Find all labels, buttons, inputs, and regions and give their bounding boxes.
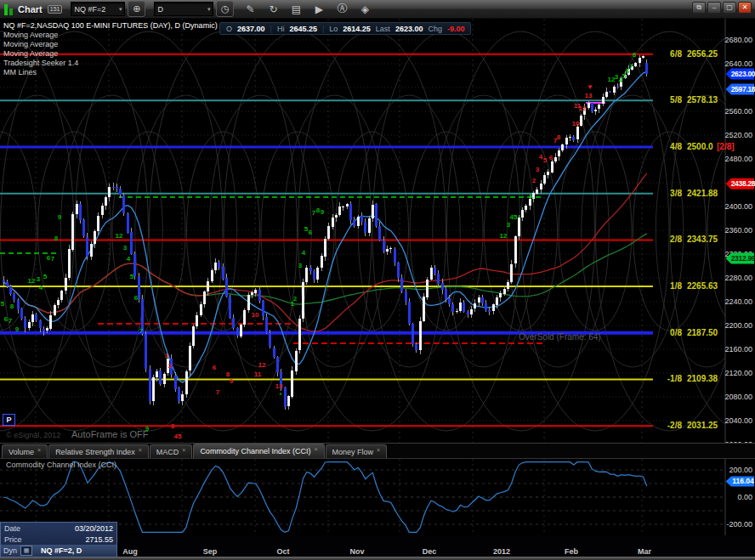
svg-text:6: 6 — [549, 154, 553, 161]
svg-text:2400.00: 2400.00 — [724, 202, 752, 211]
tab-macd[interactable]: MACD × — [150, 444, 193, 458]
symbol-select[interactable]: NQ #F=2 ▾ — [71, 2, 125, 16]
time-template-button[interactable]: ◷ — [216, 1, 234, 17]
month-label: Oct — [276, 547, 289, 556]
price-chart-panel[interactable]: 5867912345678912345679*12345678912345112… — [0, 19, 755, 443]
close-icon[interactable]: × — [139, 447, 142, 453]
chart-window: Chart 151 NQ #F=2 ▾ ⊕ D ▾ ◷ ✎↻▤▶Ⓐ◈ ⧉–▢✕ … — [0, 0, 755, 560]
svg-text:11: 11 — [254, 371, 262, 378]
change-label: Chg — [428, 25, 442, 33]
svg-text:9: 9 — [58, 213, 62, 221]
interval-select-value: D — [157, 5, 163, 14]
svg-text:5/8: 5/8 — [670, 95, 682, 105]
close-icon[interactable]: × — [37, 447, 41, 453]
eraser-icon[interactable]: ◈ — [358, 3, 372, 15]
svg-text:3: 3 — [37, 275, 41, 283]
tab-money-flow[interactable]: Money Flow × — [326, 444, 388, 458]
svg-text:12: 12 — [500, 232, 508, 240]
tab-volume[interactable]: Volume × — [2, 444, 48, 458]
open-label: O — [226, 25, 232, 33]
tab-label: Relative Strength Index — [55, 448, 135, 456]
close-icon[interactable]: × — [314, 446, 317, 452]
month-label: 2012 — [493, 547, 510, 556]
play-icon[interactable]: ▶ — [312, 3, 326, 15]
svg-text:9: 9 — [145, 425, 150, 433]
cursor-date-row: Date 03/20/2012 — [1, 523, 116, 534]
svg-text:3: 3 — [171, 422, 175, 430]
chevron-down-icon: ▾ — [207, 6, 211, 13]
svg-text:45: 45 — [174, 433, 182, 440]
svg-text:-200.00: -200.00 — [726, 520, 752, 529]
svg-text:9: 9 — [321, 208, 325, 216]
svg-text:2187.50: 2187.50 — [687, 328, 718, 337]
svg-text:45: 45 — [510, 213, 518, 221]
svg-text:2280.00: 2280.00 — [724, 274, 752, 282]
svg-text:2: 2 — [293, 295, 298, 303]
last-label: Last — [376, 25, 390, 33]
svg-text:4: 4 — [39, 284, 43, 291]
crosshair-button[interactable]: ⊕ — [128, 1, 145, 17]
svg-text:7: 7 — [629, 63, 633, 71]
price-chart[interactable]: 5867912345678912345679*12345678912345112… — [0, 19, 755, 443]
svg-text:1: 1 — [530, 192, 534, 200]
low-label: Lo — [329, 25, 338, 33]
svg-text:▼: ▼ — [587, 83, 593, 91]
interval-select[interactable]: D ▾ — [154, 2, 213, 16]
open-value: 2637.00 — [237, 25, 265, 33]
crosshair-icon: ⊕ — [133, 3, 140, 14]
svg-text:2623.00: 2623.00 — [731, 70, 755, 78]
svg-text:2240.00: 2240.00 — [724, 297, 752, 306]
svg-text:13: 13 — [585, 92, 593, 99]
svg-text:8: 8 — [557, 133, 561, 141]
svg-text:5: 5 — [1, 300, 5, 308]
svg-text:4: 4 — [302, 249, 306, 257]
svg-text:2438.28: 2438.28 — [731, 179, 755, 188]
tab-label: Commodity Channel Index (CCI) — [200, 447, 310, 455]
redo-icon[interactable]: ↻ — [266, 3, 280, 15]
svg-text:2: 2 — [168, 362, 173, 370]
price-label: Price — [4, 535, 22, 544]
pivot-marker-badge[interactable]: P — [3, 414, 15, 426]
svg-text:8: 8 — [633, 51, 637, 59]
minimize-button[interactable]: – — [707, 2, 721, 14]
svg-text:3: 3 — [123, 244, 128, 252]
svg-text:2578.13: 2578.13 — [687, 95, 718, 105]
svg-text:7: 7 — [139, 327, 144, 335]
auto-icon[interactable]: Ⓐ — [335, 2, 349, 16]
divider: | — [322, 25, 324, 33]
svg-text:2560.00: 2560.00 — [724, 107, 752, 116]
quote-board-icon[interactable]: ▤ — [289, 3, 303, 15]
maximize-button[interactable]: ▢ — [723, 2, 736, 14]
close-icon[interactable]: × — [182, 447, 185, 453]
dyn-mode-icon[interactable]: ▦ — [20, 546, 32, 556]
month-label: Nov — [349, 547, 364, 556]
tab-rsi[interactable]: Relative Strength Index × — [48, 444, 149, 458]
close-button[interactable]: ✕ — [738, 2, 752, 14]
cci-axis: 200.000.00-200.00116.04 — [725, 459, 755, 535]
tab-cci[interactable]: Commodity Channel Index (CCI) × — [193, 444, 324, 458]
svg-text:2680.00: 2680.00 — [724, 36, 752, 44]
svg-text:2265.63: 2265.63 — [687, 281, 718, 291]
svg-text:12: 12 — [116, 232, 123, 240]
last-value: 2623.00 — [395, 25, 423, 33]
svg-text:4/8: 4/8 — [670, 142, 682, 151]
close-icon[interactable]: × — [377, 447, 380, 453]
price-value: 2715.55 — [85, 535, 113, 544]
svg-text:2360.00: 2360.00 — [724, 226, 752, 235]
low-value: 2614.25 — [343, 25, 371, 33]
window-buttons: ⧉–▢✕ — [692, 2, 752, 14]
svg-text:200.00: 200.00 — [729, 466, 752, 474]
svg-text:4: 4 — [127, 255, 131, 263]
svg-text:2656.25: 2656.25 — [687, 49, 718, 59]
svg-text:2597.18: 2597.18 — [731, 85, 755, 93]
svg-text:5: 5 — [130, 273, 134, 280]
float-button[interactable]: ⧉ — [692, 2, 706, 14]
svg-text:[2/8]: [2/8] — [717, 142, 735, 151]
pencil-icon[interactable]: ✎ — [243, 3, 257, 15]
date-label: Date — [4, 524, 20, 533]
cci-panel-label: Commodity Channel Index (CCI) — [6, 461, 116, 469]
svg-text:6: 6 — [213, 364, 217, 371]
svg-text:12: 12 — [258, 361, 266, 369]
svg-text:5: 5 — [543, 156, 548, 164]
tab-label: Volume — [9, 448, 34, 456]
